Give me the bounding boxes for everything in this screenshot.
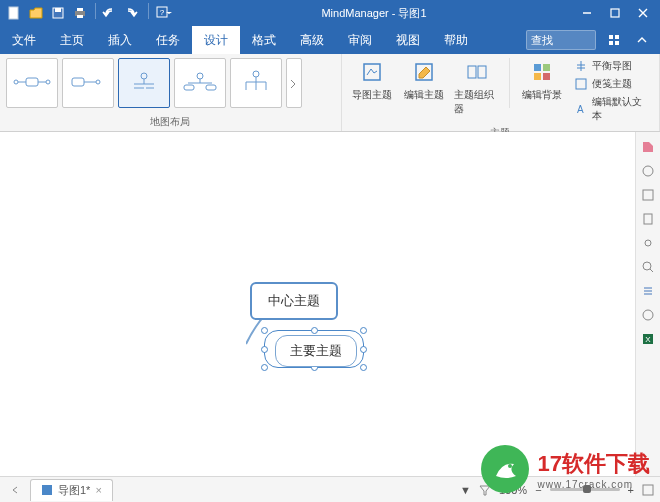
svg-point-56 — [643, 310, 653, 320]
layout-thumb-4[interactable] — [174, 58, 226, 108]
layout-thumb-2[interactable] — [62, 58, 114, 108]
theme-organizer-button[interactable]: 主题组织器 — [452, 58, 500, 118]
menu-task[interactable]: 任务 — [144, 26, 192, 54]
minimize-icon[interactable] — [574, 3, 600, 23]
save-icon[interactable] — [48, 3, 68, 23]
svg-rect-59 — [42, 485, 52, 495]
help-dropdown-icon[interactable]: ? — [154, 3, 174, 23]
svg-rect-4 — [77, 8, 83, 11]
new-icon[interactable] — [4, 3, 24, 23]
layout-group-label: 地图布局 — [6, 113, 335, 129]
zoom-label: 100% — [499, 484, 527, 496]
zoom-slider[interactable] — [550, 488, 620, 491]
svg-rect-60 — [643, 485, 653, 495]
redo-icon[interactable] — [123, 3, 143, 23]
svg-point-18 — [46, 80, 50, 84]
side-task-icon[interactable] — [639, 186, 657, 204]
default-text-button[interactable]: A编辑默认文本 — [570, 94, 653, 124]
svg-text:?: ? — [160, 8, 165, 17]
svg-rect-13 — [615, 41, 619, 45]
undo-icon[interactable] — [101, 3, 121, 23]
canvas[interactable]: 中心主题 主要主题 — [0, 132, 636, 476]
menu-home[interactable]: 主页 — [48, 26, 96, 54]
quick-theme-button[interactable]: 便笺主题 — [570, 76, 653, 92]
edit-background-button[interactable]: 编辑背景 — [518, 58, 566, 104]
menu-insert[interactable]: 插入 — [96, 26, 144, 54]
svg-rect-10 — [609, 35, 613, 39]
sub-topic-node[interactable]: 主要主题 — [275, 335, 357, 367]
svg-line-52 — [650, 269, 653, 272]
menu-review[interactable]: 审阅 — [336, 26, 384, 54]
center-topic-node[interactable]: 中心主题 — [250, 282, 338, 320]
svg-point-22 — [141, 73, 147, 79]
svg-rect-41 — [478, 66, 486, 78]
edit-theme-button[interactable]: 编辑主题 — [400, 58, 448, 104]
menu-help[interactable]: 帮助 — [432, 26, 480, 54]
right-sidebar: X — [636, 132, 660, 476]
menu-format[interactable]: 格式 — [240, 26, 288, 54]
side-link-icon[interactable] — [639, 234, 657, 252]
menu-view[interactable]: 视图 — [384, 26, 432, 54]
svg-rect-12 — [609, 41, 613, 45]
svg-rect-45 — [543, 73, 550, 80]
svg-text:A: A — [577, 104, 584, 115]
side-marker-icon[interactable] — [639, 162, 657, 180]
menu-design[interactable]: 设计 — [192, 26, 240, 54]
menu-file[interactable]: 文件 — [0, 26, 48, 54]
close-icon[interactable] — [630, 3, 656, 23]
zoom-in-icon[interactable]: + — [628, 484, 634, 496]
svg-rect-9 — [611, 9, 619, 17]
layout-thumb-5[interactable] — [230, 58, 282, 108]
print-icon[interactable] — [70, 3, 90, 23]
svg-point-48 — [643, 166, 653, 176]
svg-text:X: X — [645, 335, 651, 344]
svg-point-32 — [253, 71, 259, 77]
side-search-icon[interactable] — [639, 258, 657, 276]
titlebar: ? MindManager - 导图1 — [0, 0, 660, 26]
side-browser-icon[interactable] — [639, 306, 657, 324]
zoom-out-icon[interactable]: − — [535, 484, 541, 496]
map-theme-button[interactable]: 导图主题 — [348, 58, 396, 104]
svg-rect-50 — [644, 214, 652, 224]
menu-advanced[interactable]: 高级 — [288, 26, 336, 54]
svg-point-21 — [96, 80, 100, 84]
menubar: 文件 主页 插入 任务 设计 格式 高级 审阅 视图 帮助 查找 — [0, 26, 660, 54]
svg-point-27 — [197, 73, 203, 79]
svg-rect-38 — [364, 64, 380, 80]
svg-rect-5 — [77, 15, 83, 18]
maximize-icon[interactable] — [602, 3, 628, 23]
balance-map-button[interactable]: 平衡导图 — [570, 58, 653, 74]
workspace: 中心主题 主要主题 X — [0, 132, 660, 476]
tab-prev-icon[interactable] — [6, 481, 24, 499]
tab-close-icon[interactable]: × — [95, 484, 101, 496]
funnel-icon[interactable] — [479, 484, 491, 496]
search-input[interactable]: 查找 — [526, 30, 596, 50]
collapse-ribbon-icon[interactable] — [632, 30, 652, 50]
svg-rect-14 — [26, 78, 38, 86]
svg-rect-42 — [534, 64, 541, 71]
svg-rect-44 — [534, 73, 541, 80]
side-tag-icon[interactable] — [639, 138, 657, 156]
side-notes-icon[interactable] — [639, 210, 657, 228]
fit-icon[interactable] — [642, 484, 654, 496]
svg-rect-11 — [615, 35, 619, 39]
svg-rect-46 — [576, 79, 586, 89]
open-icon[interactable] — [26, 3, 46, 23]
layout-thumb-3[interactable] — [118, 58, 170, 108]
layout-more-icon[interactable] — [286, 58, 302, 108]
document-tab[interactable]: 导图1* × — [30, 479, 113, 501]
svg-rect-31 — [206, 85, 216, 90]
window-controls — [574, 3, 656, 23]
svg-rect-0 — [9, 7, 18, 19]
filter-icon[interactable]: ▼ — [460, 484, 471, 496]
svg-rect-19 — [72, 78, 84, 86]
window-title: MindManager - 导图1 — [174, 6, 574, 21]
settings-icon[interactable] — [604, 30, 624, 50]
svg-point-17 — [14, 80, 18, 84]
svg-rect-2 — [55, 8, 61, 12]
layout-thumb-1[interactable] — [6, 58, 58, 108]
side-index-icon[interactable] — [639, 282, 657, 300]
quick-access-toolbar: ? — [4, 3, 174, 23]
ribbon: 地图布局 导图主题 编辑主题 主题组织器 编辑背景 平衡导图 便笺主题 — [0, 54, 660, 132]
side-excel-icon[interactable]: X — [639, 330, 657, 348]
